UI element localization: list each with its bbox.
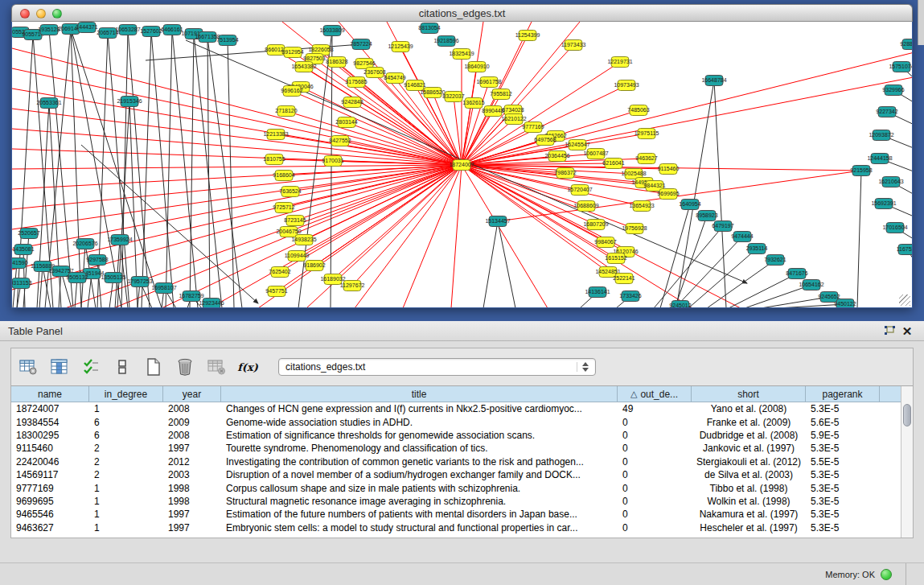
graph-node[interactable]: 9777169 [522,122,544,133]
graph-node[interactable]: 9450122 [834,299,856,308]
table-row[interactable]: 977716911998Corpus callosum shape and si… [11,481,901,494]
graph-node[interactable]: 1615152 [605,253,626,264]
graph-node[interactable]: 9725712 [273,203,294,213]
graph-node[interactable]: 10607487 [583,149,608,159]
graph-node[interactable]: 7986372 [554,168,576,179]
graph-node[interactable]: 16033809 [319,26,344,36]
graph-node[interactable]: 12975115 [634,129,659,139]
graph-node[interactable]: 16648784 [701,76,726,86]
function-builder-button[interactable]: f(x) [237,357,258,377]
graph-node[interactable]: 2520657 [18,229,39,239]
table-row[interactable]: 1456911722003Disruption of a novel membe… [11,468,901,481]
graph-node[interactable]: 10653287 [115,25,140,35]
graph-node[interactable]: 18640910 [464,62,489,72]
float-panel-icon[interactable] [881,323,898,338]
graph-node[interactable]: 16961758 [476,77,501,88]
graph-node[interactable]: 12093872 [869,130,893,141]
resize-grip[interactable] [899,295,910,306]
table-vertical-scrollbar[interactable] [901,386,913,538]
graph-node[interactable]: 8912954 [281,47,303,58]
table-row[interactable]: 946362711997Embryonic stem cells: a mode… [11,521,901,534]
graph-node[interactable]: 9242848 [341,97,363,108]
column-header-out_de[interactable]: △out_de... [618,386,692,402]
graph-node[interactable]: 17957253 [127,277,152,287]
column-header-pagerank[interactable]: pagerank [806,386,880,402]
graph-node[interactable]: 8186328 [326,57,347,68]
graph-node[interactable]: 13654923 [629,201,654,212]
graph-node[interactable]: 10688609 [573,201,598,212]
scrollbar-thumb[interactable] [903,404,911,426]
memory-status-icon[interactable] [881,569,892,580]
zoom-window-button[interactable] [52,9,62,19]
graph-node[interactable]: 2935114 [746,244,768,254]
graph-node[interactable]: 12444158 [867,154,892,164]
graph-node[interactable]: 16958107 [151,283,176,294]
select-all-checkmarks-button[interactable] [80,357,101,377]
table-row[interactable]: 969969511998Structural magnetic resonanc… [11,495,901,508]
graph-node[interactable]: 11297672 [340,281,365,291]
graph-node[interactable]: 1167531 [897,245,912,255]
graph-node[interactable]: 11099449 [285,251,310,262]
graph-node[interactable]: 9463627 [635,154,657,164]
graph-node[interactable]: 16807209 [583,220,608,230]
new-document-button[interactable] [143,357,164,377]
graph-node[interactable]: 10654162 [799,280,823,290]
graph-node[interactable]: 9288694 [900,39,912,50]
graph-node[interactable]: 10973493 [614,80,639,91]
graph-node[interactable]: 12923446 [199,299,224,308]
graph-node[interactable]: 7636524 [279,187,301,197]
graph-node[interactable]: 16210122 [501,114,526,125]
graph-node[interactable]: 14136141 [585,287,610,298]
graph-node[interactable]: 9245012 [669,301,691,308]
graph-node[interactable]: 9984067 [594,237,616,248]
select-column-button[interactable] [49,357,70,377]
minimize-window-button[interactable] [36,9,46,19]
column-header-year[interactable]: year [163,386,221,402]
graph-node[interactable]: 7485063 [627,105,649,116]
graph-node[interactable]: 2803144 [335,117,357,128]
graph-node[interactable]: 7513954 [216,35,238,46]
table-row[interactable]: 2242004622012Investigating the contribut… [11,455,901,468]
graph-node[interactable]: 3175685 [345,77,367,88]
graph-node[interactable]: 2367608 [363,68,385,78]
delete-trash-button[interactable] [175,357,195,377]
graph-node[interactable]: 18325419 [449,49,474,60]
graph-node[interactable]: 9699695 [657,189,679,200]
graph-node[interactable]: 8958923 [696,211,717,221]
graph-node[interactable]: 8990448 [482,106,503,117]
graph-node[interactable]: 15886520 [420,88,445,98]
graph-node[interactable]: 12213383 [263,130,288,140]
graph-node[interactable]: 8322037 [442,92,464,102]
graph-node[interactable]: 3941590 [12,258,28,269]
graph-node[interactable]: 9170031 [322,156,343,167]
graph-node[interactable]: 9313153 [12,278,32,289]
graph-node[interactable]: 12125439 [388,42,413,52]
table-row[interactable]: 946554611997Estimation of the future num… [11,508,901,521]
graph-node[interactable]: 9457751 [265,286,287,297]
graph-node[interactable]: 7625402 [269,267,290,278]
close-window-button[interactable] [20,9,30,19]
graph-node[interactable]: 9474444 [731,232,753,242]
column-header-name[interactable]: name [11,386,89,402]
graph-node[interactable]: 11254399 [515,31,540,41]
network-window[interactable]: citations_edges.txt 18724007205533690557… [11,4,913,308]
table-row[interactable]: 1830029562008Estimation of significance … [11,429,901,442]
graph-node[interactable]: 9696162 [281,86,302,97]
graph-node[interactable]: 13505135 [101,273,125,283]
graph-node[interactable]: 8813054 [418,23,440,34]
graph-node[interactable]: 1362615 [462,98,484,109]
graph-node[interactable]: 1733426 [619,291,641,302]
graph-node[interactable]: 1640954 [679,200,700,210]
graph-node[interactable]: 1444371 [76,23,97,33]
column-settings-button[interactable] [18,357,39,377]
network-view-canvas[interactable]: 1872400720553369055714193512820691406144… [12,22,912,307]
graph-node[interactable]: 7857224 [350,39,372,50]
table-row[interactable]: 911546021997Tourette syndrome. Phenomeno… [11,442,901,455]
graph-node[interactable]: 1527602 [140,27,162,37]
close-panel-icon[interactable]: ✕ [898,323,916,338]
graph-node[interactable]: 21915346 [117,97,142,107]
graph-node[interactable]: 1810755 [263,154,285,165]
graph-node[interactable]: 8471676 [786,269,807,279]
graph-node[interactable]: 9215958 [850,166,872,176]
graph-node[interactable]: 20364456 [544,151,569,162]
